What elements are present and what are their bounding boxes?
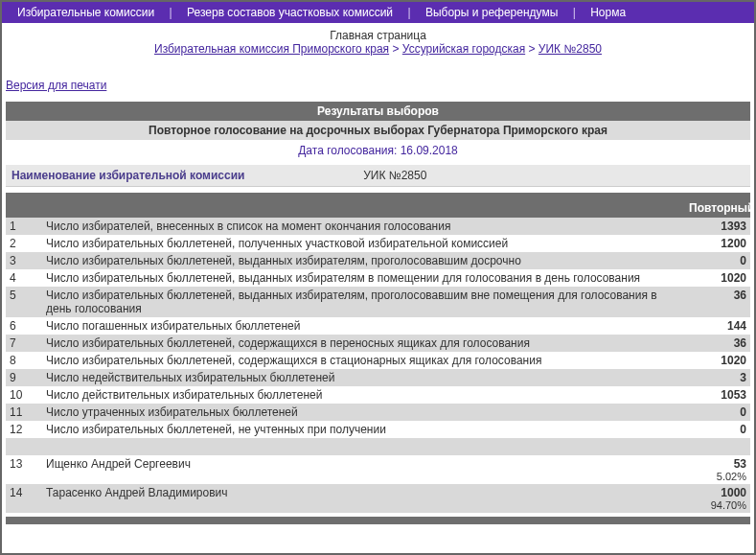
row-value: 0	[683, 421, 750, 438]
row-description: Число действительных избирательных бюлле…	[42, 386, 683, 404]
row-description: Число избирательных бюллетеней, не учтен…	[42, 421, 683, 438]
candidate-percent: 94.70%	[687, 499, 746, 511]
row-description: Число погашенных избирательных бюллетене…	[42, 317, 683, 335]
row-number: 1	[6, 218, 42, 235]
th-second-round: Повторный	[683, 198, 750, 218]
print-link[interactable]: Версия для печати	[6, 79, 106, 92]
table-row: 8Число избирательных бюллетеней, содержа…	[6, 352, 750, 369]
bottom-bar	[6, 517, 750, 524]
nav-item-3[interactable]: Норма	[583, 6, 633, 19]
table-row: 4Число избирательных бюллетеней, выданны…	[6, 269, 750, 287]
th-blank-num	[6, 198, 42, 218]
row-description: Число избирателей, внесенных в список на…	[42, 218, 683, 235]
row-number: 13	[6, 455, 42, 484]
commission-row: Наименование избирательной комиссии УИК …	[6, 165, 750, 187]
row-description: Число утраченных избирательных бюллетене…	[42, 404, 683, 421]
table-row: 3Число избирательных бюллетеней, выданны…	[6, 252, 750, 269]
table-row: 7Число избирательных бюллетеней, содержа…	[6, 335, 750, 352]
row-value: 1053	[683, 386, 750, 404]
candidate-row: 13Ищенко Андрей Сергеевич535.02%	[6, 455, 750, 484]
nav-item-1[interactable]: Резерв составов участковых комиссий	[179, 6, 401, 19]
row-number: 9	[6, 369, 42, 386]
row-description: Число недействительных избирательных бюл…	[42, 369, 683, 386]
results-table: Повторный 1Число избирателей, внесенных …	[6, 198, 750, 513]
nav-sep: |	[569, 6, 580, 19]
breadcrumb-link-0[interactable]: Избирательная комиссия Приморского края	[154, 42, 389, 56]
title-results: Результаты выборов	[6, 102, 750, 121]
row-value: 0	[683, 252, 750, 269]
title-event: Повторное голосование на досрочных выбор…	[6, 121, 750, 140]
breadcrumb: Избирательная комиссия Приморского края …	[6, 42, 750, 63]
candidate-value: 100094.70%	[683, 484, 750, 513]
table-row: 6Число погашенных избирательных бюллетен…	[6, 317, 750, 335]
row-description: Число избирательных бюллетеней, выданных…	[42, 252, 683, 269]
table-row: 5Число избирательных бюллетеней, выданны…	[6, 287, 750, 317]
breadcrumb-link-2[interactable]: УИК №2850	[538, 42, 602, 56]
row-number: 7	[6, 335, 42, 352]
top-nav: Избирательные комиссии | Резерв составов…	[2, 2, 754, 23]
candidate-row: 14Тарасенко Андрей Владимирович100094.70…	[6, 484, 750, 513]
main-page-label: Главная страница	[6, 29, 750, 42]
row-number: 2	[6, 235, 42, 252]
candidate-value: 535.02%	[683, 455, 750, 484]
candidate-name: Тарасенко Андрей Владимирович	[42, 484, 683, 513]
page-frame: Избирательные комиссии | Резерв составов…	[0, 0, 756, 555]
row-description: Число избирательных бюллетеней, содержащ…	[42, 352, 683, 369]
candidate-percent: 5.02%	[687, 471, 746, 482]
row-number: 12	[6, 421, 42, 438]
row-description: Число избирательных бюллетеней, выданных…	[42, 287, 683, 317]
commission-label: Наименование избирательной комиссии	[11, 169, 363, 182]
table-row: 1Число избирателей, внесенных в список н…	[6, 218, 750, 235]
breadcrumb-link-1[interactable]: Уссурийская городская	[402, 42, 525, 56]
table-row: 10Число действительных избирательных бюл…	[6, 386, 750, 404]
row-description: Число избирательных бюллетеней, содержащ…	[42, 335, 683, 352]
row-value: 1020	[683, 269, 750, 287]
table-row: 11Число утраченных избирательных бюллете…	[6, 404, 750, 421]
row-number: 11	[6, 404, 42, 421]
row-number: 8	[6, 352, 42, 369]
header-area: Главная страница Избирательная комиссия …	[2, 23, 754, 65]
row-value: 36	[683, 335, 750, 352]
row-number: 6	[6, 317, 42, 335]
row-description: Число избирательных бюллетеней, полученн…	[42, 235, 683, 252]
row-value: 0	[683, 404, 750, 421]
breadcrumb-sep: >	[529, 42, 536, 56]
row-value: 36	[683, 287, 750, 317]
table-row: 12Число избирательных бюллетеней, не учт…	[6, 421, 750, 438]
nav-sep: |	[166, 6, 176, 19]
content: Результаты выборов Повторное голосование…	[2, 102, 754, 524]
commission-value: УИК №2850	[363, 169, 745, 182]
print-link-container: Версия для печати	[2, 65, 754, 102]
row-value: 1020	[683, 352, 750, 369]
row-number: 5	[6, 287, 42, 317]
row-number: 14	[6, 484, 42, 513]
row-description: Число избирательных бюллетеней, выданных…	[42, 269, 683, 287]
table-row: 2Число избирательных бюллетеней, получен…	[6, 235, 750, 252]
th-blank-desc	[42, 198, 683, 218]
candidate-name: Ищенко Андрей Сергеевич	[42, 455, 683, 484]
row-value: 144	[683, 317, 750, 335]
table-row: 9Число недействительных избирательных бю…	[6, 369, 750, 386]
nav-item-0[interactable]: Избирательные комиссии	[10, 6, 162, 19]
row-value: 1200	[683, 235, 750, 252]
breadcrumb-sep: >	[392, 42, 399, 56]
nav-item-2[interactable]: Выборы и референдумы	[418, 6, 565, 19]
row-number: 10	[6, 386, 42, 404]
nav-sep: |	[403, 6, 414, 19]
voting-date: Дата голосования: 16.09.2018	[6, 140, 750, 161]
row-number: 4	[6, 269, 42, 287]
row-value: 3	[683, 369, 750, 386]
row-value: 1393	[683, 218, 750, 235]
row-number: 3	[6, 252, 42, 269]
separator-row	[6, 438, 750, 455]
